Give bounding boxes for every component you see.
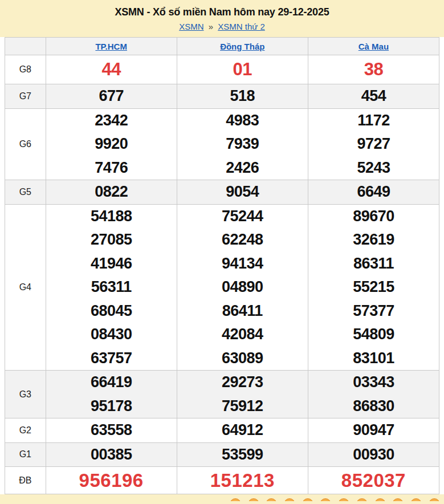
number-value: 63558 <box>46 418 177 442</box>
breadcrumb-link-xsmn[interactable]: XSMN <box>179 22 203 31</box>
loto-ball-icon[interactable] <box>356 498 368 501</box>
number-value: 5243 <box>308 156 439 180</box>
loto-balls-strip <box>0 494 444 501</box>
breadcrumb-separator: » <box>206 22 215 31</box>
results-table-wrapper: TP.HCMĐồng ThápCà Mau G8440138G767751845… <box>0 37 444 494</box>
prize-cell-G4-col1: 75244622489413404890864114208463089 <box>177 204 308 371</box>
number-value: 2426 <box>177 156 308 180</box>
number-value: 95178 <box>46 395 177 418</box>
prize-cell-G1-col0: 00385 <box>46 442 177 467</box>
number-value: 42084 <box>177 323 308 347</box>
loto-ball-icon[interactable] <box>320 498 331 501</box>
number-value: 1172 <box>308 109 439 133</box>
loto-ball-icon[interactable] <box>248 498 259 501</box>
column-header-0: TP.HCM <box>46 38 177 55</box>
number-value: 83101 <box>308 347 439 371</box>
loto-ball-icon[interactable] <box>338 498 349 501</box>
number-value: 677 <box>46 84 177 108</box>
number-value: 518 <box>177 84 308 108</box>
prize-cell-G5-col2: 6649 <box>308 180 439 205</box>
prize-cell-G5-col0: 0822 <box>46 180 177 205</box>
number-value: 90947 <box>308 418 439 442</box>
prize-row-G6: G6234299207476498379392426117297275243 <box>5 108 439 180</box>
number-value: 75912 <box>177 395 308 418</box>
column-header-2: Cà Mau <box>308 38 439 55</box>
prize-cell-G3-col2: 0334386830 <box>308 371 439 418</box>
loto-ball-icon[interactable] <box>284 498 295 501</box>
prize-cell-G2-col2: 90947 <box>308 418 439 443</box>
city-link-0[interactable]: TP.HCM <box>95 42 127 51</box>
prize-row-G2: G2635586491290947 <box>5 418 439 443</box>
loto-ball-icon[interactable] <box>392 498 404 501</box>
prize-cell-G7-col0: 677 <box>46 84 177 109</box>
number-value: 9054 <box>177 180 308 204</box>
prize-cell-G1-col2: 00930 <box>308 442 439 467</box>
number-value: 86830 <box>308 395 439 418</box>
breadcrumb-link-xsmn-thu-2[interactable]: XSMN thứ 2 <box>218 22 265 31</box>
prize-cell-G6-col2: 117297275243 <box>308 108 439 180</box>
loto-ball-icon[interactable] <box>374 498 386 501</box>
loto-ball-icon[interactable] <box>429 498 440 501</box>
city-link-2[interactable]: Cà Mau <box>359 42 389 51</box>
prize-cell-G2-col0: 63558 <box>46 418 177 443</box>
loto-ball-icon[interactable] <box>410 498 422 501</box>
number-value: 75244 <box>177 205 308 229</box>
number-value: 66419 <box>46 371 177 395</box>
number-value: 29273 <box>177 371 308 395</box>
breadcrumb: XSMN » XSMN thứ 2 <box>0 22 444 31</box>
city-link-1[interactable]: Đồng Tháp <box>220 42 264 51</box>
prize-label-G6: G6 <box>5 108 46 180</box>
prize-cell-G4-col0: 54188270854194656311680450843063757 <box>46 204 177 371</box>
prize-label-G8: G8 <box>5 55 46 84</box>
prize-row-G1: G1003855359900930 <box>5 442 439 467</box>
number-value: 55215 <box>308 275 439 299</box>
number-value: 7476 <box>46 156 177 180</box>
prize-cell-G7-col1: 518 <box>177 84 308 109</box>
prize-cell-G3-col1: 2927375912 <box>177 371 308 418</box>
prize-cell-ĐB-col2: 852037 <box>308 467 439 494</box>
number-value: 00930 <box>308 443 439 467</box>
prize-row-G5: G5082290546649 <box>5 180 439 205</box>
number-value: 54809 <box>308 323 439 347</box>
prize-cell-G7-col2: 454 <box>308 84 439 109</box>
number-value: 54188 <box>46 205 177 229</box>
number-value: 62248 <box>177 228 308 252</box>
number-value: 00385 <box>46 443 177 467</box>
prize-cell-G2-col1: 64912 <box>177 418 308 443</box>
number-value: 08430 <box>46 323 177 347</box>
prize-row-G7: G7677518454 <box>5 84 439 109</box>
loto-ball-icon[interactable] <box>302 498 313 501</box>
number-value: 6649 <box>308 180 439 204</box>
page-header: XSMN - Xổ số miền Nam hôm nay 29-12-2025… <box>0 0 444 31</box>
loto-ball-icon[interactable] <box>230 498 241 501</box>
number-value: 2342 <box>46 109 177 133</box>
number-value: 04890 <box>177 275 308 299</box>
number-value: 56311 <box>46 275 177 299</box>
loto-ball-icon[interactable] <box>266 498 277 501</box>
prize-row-G8: G8440138 <box>5 55 439 84</box>
number-value: 41946 <box>46 252 177 276</box>
results-table-body: G8440138G7677518454G62342992074764983793… <box>5 55 439 494</box>
number-value: 63089 <box>177 347 308 371</box>
prize-label-G1: G1 <box>5 442 46 467</box>
number-value: 86411 <box>177 299 308 323</box>
loto-balls-row <box>230 498 440 501</box>
prize-cell-ĐB-col0: 956196 <box>46 467 177 494</box>
number-value: 9727 <box>308 132 439 156</box>
prize-row-G3: G3664199517829273759120334386830 <box>5 371 439 418</box>
prize-row-ĐB: ĐB956196151213852037 <box>5 467 439 494</box>
number-value: 38 <box>308 55 439 84</box>
number-value: 32619 <box>308 228 439 252</box>
prize-label-G4: G4 <box>5 204 46 371</box>
number-value: 4983 <box>177 109 308 133</box>
number-value: 454 <box>308 84 439 108</box>
number-value: 7939 <box>177 132 308 156</box>
number-value: 03343 <box>308 371 439 395</box>
prize-label-G7: G7 <box>5 84 46 109</box>
page-title: XSMN - Xổ số miền Nam hôm nay 29-12-2025 <box>0 6 444 18</box>
table-header-row: TP.HCMĐồng ThápCà Mau <box>5 38 439 55</box>
number-value: 151213 <box>177 467 308 494</box>
number-value: 9920 <box>46 132 177 156</box>
prize-cell-G1-col1: 53599 <box>177 442 308 467</box>
number-value: 63757 <box>46 347 177 371</box>
